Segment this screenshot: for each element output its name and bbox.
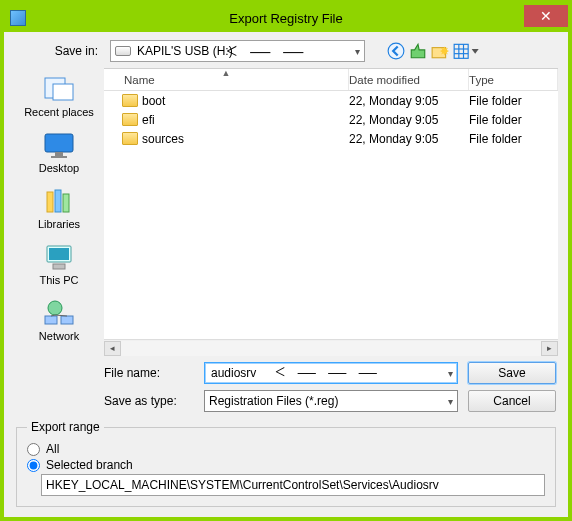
toolbar: Save in: KAPIL'S USB (H:) ▾ < — — [4, 32, 568, 68]
export-range-group: Export range All Selected branch [16, 420, 556, 507]
scroll-right-button[interactable]: ▸ [541, 341, 558, 356]
close-button[interactable]: ✕ [524, 5, 568, 27]
network-icon [41, 298, 77, 328]
svg-rect-10 [55, 152, 63, 156]
file-date: 22, Monday 9:05 [349, 94, 469, 108]
chevron-down-icon[interactable]: ▾ [448, 396, 453, 407]
column-type[interactable]: Type [469, 69, 558, 90]
column-type-label: Type [469, 74, 494, 86]
titlebar: Export Registry File ✕ [4, 4, 568, 32]
file-name-label: File name: [104, 366, 194, 380]
svg-rect-17 [53, 264, 65, 269]
sort-asc-icon: ▲ [222, 68, 231, 78]
svg-rect-19 [45, 316, 57, 324]
export-range-selected-branch[interactable]: Selected branch [27, 458, 545, 472]
radio-selected-branch-label: Selected branch [46, 458, 133, 472]
svg-rect-12 [47, 192, 53, 212]
save-as-type-combo[interactable]: Registration Files (*.reg) ▾ [204, 390, 458, 412]
svg-rect-14 [63, 194, 69, 212]
regedit-icon [10, 10, 26, 26]
places-bar: Recent places Desktop Libraries This PC [14, 68, 104, 356]
chevron-down-icon[interactable]: ▾ [448, 368, 453, 379]
place-libraries[interactable]: Libraries [14, 186, 104, 230]
recent-places-icon [41, 74, 77, 104]
horizontal-scrollbar[interactable]: ◂ ▸ [104, 339, 558, 356]
svg-rect-9 [45, 134, 73, 152]
save-in-combo[interactable]: KAPIL'S USB (H:) ▾ [110, 40, 365, 62]
column-name-label: Name [124, 74, 155, 86]
column-date-label: Date modified [349, 74, 420, 86]
place-label: Desktop [39, 162, 79, 174]
export-range-all[interactable]: All [27, 442, 545, 456]
svg-rect-20 [61, 316, 73, 324]
file-list-pane: ▲ Name Date modified Type boot 22, Monda… [104, 68, 558, 356]
save-in-value: KAPIL'S USB (H:) [137, 44, 233, 58]
usb-drive-icon [115, 46, 131, 56]
new-folder-button[interactable] [431, 42, 449, 60]
radio-selected-branch[interactable] [27, 459, 40, 472]
place-label: Libraries [38, 218, 80, 230]
svg-point-0 [388, 43, 404, 59]
save-as-type-value: Registration Files (*.reg) [209, 394, 448, 408]
place-label: Network [39, 330, 79, 342]
save-button[interactable]: Save [468, 362, 556, 384]
place-recent[interactable]: Recent places [14, 74, 104, 118]
list-item[interactable]: efi 22, Monday 9:05 File folder [104, 110, 558, 129]
scroll-track[interactable] [121, 341, 541, 356]
desktop-icon [41, 130, 77, 160]
chevron-down-icon: ▾ [355, 46, 360, 57]
cancel-button[interactable]: Cancel [468, 390, 556, 412]
folder-icon [122, 94, 138, 107]
file-type: File folder [469, 94, 558, 108]
file-type: File folder [469, 113, 558, 127]
svg-rect-16 [49, 248, 69, 260]
folder-icon [122, 113, 138, 126]
radio-all[interactable] [27, 443, 40, 456]
folder-icon [122, 132, 138, 145]
scroll-left-button[interactable]: ◂ [104, 341, 121, 356]
svg-rect-8 [53, 84, 73, 100]
radio-all-label: All [46, 442, 59, 456]
svg-rect-11 [51, 156, 67, 158]
window-title: Export Registry File [4, 11, 568, 26]
file-name: efi [142, 113, 155, 127]
svg-rect-2 [454, 44, 468, 58]
export-range-legend: Export range [27, 420, 104, 434]
back-button[interactable] [387, 42, 405, 60]
up-one-level-button[interactable] [409, 42, 427, 60]
selected-branch-input[interactable] [41, 474, 545, 496]
file-date: 22, Monday 9:05 [349, 132, 469, 146]
list-item[interactable]: boot 22, Monday 9:05 File folder [104, 91, 558, 110]
column-date[interactable]: Date modified [349, 69, 469, 90]
place-this-pc[interactable]: This PC [14, 242, 104, 286]
file-name: sources [142, 132, 184, 146]
libraries-icon [41, 186, 77, 216]
this-pc-icon [41, 242, 77, 272]
file-date: 22, Monday 9:05 [349, 113, 469, 127]
file-name-combo[interactable]: ▾ < — — — [204, 362, 458, 384]
export-registry-dialog: Export Registry File ✕ Save in: KAPIL'S … [0, 0, 572, 521]
views-button[interactable] [453, 42, 481, 60]
svg-rect-13 [55, 190, 61, 212]
place-label: This PC [39, 274, 78, 286]
svg-point-18 [48, 301, 62, 315]
place-desktop[interactable]: Desktop [14, 130, 104, 174]
save-in-label: Save in: [14, 44, 102, 58]
file-name: boot [142, 94, 165, 108]
fields-area: File name: ▾ < — — — Save Save as type: … [4, 356, 568, 416]
file-type: File folder [469, 132, 558, 146]
list-header: ▲ Name Date modified Type [104, 69, 558, 91]
file-name-input[interactable] [209, 365, 448, 381]
list-body[interactable]: boot 22, Monday 9:05 File folder efi 22,… [104, 91, 558, 339]
place-label: Recent places [24, 106, 94, 118]
list-item[interactable]: sources 22, Monday 9:05 File folder [104, 129, 558, 148]
place-network[interactable]: Network [14, 298, 104, 342]
save-as-type-label: Save as type: [104, 394, 194, 408]
column-name[interactable]: ▲ Name [104, 69, 349, 90]
nav-icons [387, 42, 481, 60]
main-area: Recent places Desktop Libraries This PC [4, 68, 568, 356]
